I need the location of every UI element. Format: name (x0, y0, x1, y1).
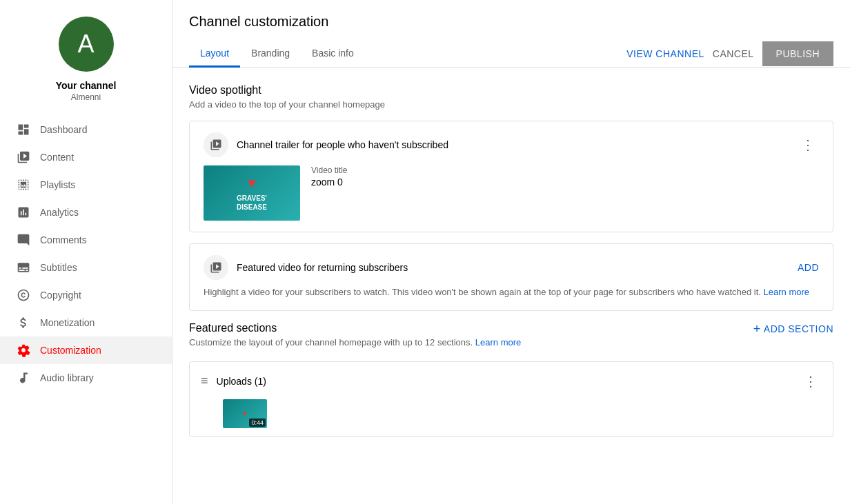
sidebar-item-content[interactable]: Content (0, 143, 172, 171)
video-spotlight-desc: Add a video to the top of your channel h… (189, 99, 833, 110)
audio-icon (17, 371, 30, 385)
featured-sections-header: Featured sections Customize the layout o… (189, 322, 833, 359)
trailer-card-icon (204, 132, 228, 157)
sidebar-item-dashboard[interactable]: Dashboard (0, 116, 172, 143)
content-area: Video spotlight Add a video to the top o… (172, 68, 850, 454)
add-section-label: ADD SECTION (764, 323, 833, 334)
featured-video-add-button[interactable]: ADD (798, 262, 819, 273)
featured-video-desc: Highlight a video for your subscribers t… (204, 285, 819, 299)
featured-sections-learn-more[interactable]: Learn more (475, 337, 521, 347)
sidebar-item-copyright[interactable]: Copyright (0, 281, 172, 309)
playlists-icon (17, 178, 30, 192)
copyright-icon (17, 288, 30, 302)
sidebar-item-analytics[interactable]: Analytics (0, 199, 172, 226)
featured-sections-area: Featured sections Customize the layout o… (189, 322, 833, 437)
tab-branding[interactable]: Branding (240, 41, 301, 68)
drag-handle-icon[interactable]: ≡ (201, 374, 208, 388)
channel-trailer-thumbnail: ♥ GRAVES' DISEASE (204, 165, 300, 221)
avatar: A (59, 17, 114, 72)
duration-badge: 0:44 (249, 419, 266, 427)
channel-trailer-body: ♥ GRAVES' DISEASE Video title zoom 0 (204, 165, 819, 221)
channel-trailer-card-header-left: Channel trailer for people who haven't s… (204, 132, 448, 157)
uploads-card-left: ≡ Uploads (1) (201, 374, 266, 388)
featured-sections-desc: Customize the layout of your channel hom… (189, 337, 521, 347)
subtitles-icon (17, 261, 30, 274)
cancel-button[interactable]: CANCEL (713, 48, 754, 59)
view-channel-button[interactable]: VIEW CHANNEL (626, 48, 704, 59)
main-content: Channel customization Layout Branding Ba… (172, 0, 850, 504)
tabs-row: Layout Branding Basic info VIEW CHANNEL … (189, 41, 833, 67)
thumb-line2: DISEASE (237, 203, 267, 212)
uploads-title: Uploads (1) (217, 376, 266, 387)
channel-subtitle: Almenni (71, 92, 101, 102)
featured-video-title: Featured video for returning subscribers (237, 262, 408, 273)
tab-bar: Layout Branding Basic info (189, 41, 365, 67)
channel-trailer-card: Channel trailer for people who haven't s… (189, 121, 833, 232)
tab-basic-info[interactable]: Basic info (301, 41, 365, 68)
content-icon (17, 150, 30, 164)
header-actions: VIEW CHANNEL CANCEL PUBLISH (626, 41, 833, 66)
tab-layout[interactable]: Layout (189, 41, 240, 68)
sidebar-item-subtitles[interactable]: Subtitles (0, 254, 172, 281)
page-header: Channel customization Layout Branding Ba… (172, 0, 850, 68)
featured-sections-title: Featured sections (189, 322, 521, 334)
featured-video-card: Featured video for returning subscribers… (189, 243, 833, 311)
sidebar-item-monetization[interactable]: Monetization (0, 309, 172, 336)
sidebar-item-customization[interactable]: Customization (0, 336, 172, 364)
video-spotlight-section: Video spotlight Add a video to the top o… (189, 84, 833, 311)
sidebar: A Your channel Almenni Dashboard Content… (0, 0, 172, 504)
video-title-label: Video title (311, 165, 347, 175)
uploads-card-header: ≡ Uploads (1) ⋮ (201, 370, 822, 392)
dashboard-icon (17, 123, 30, 137)
channel-trailer-video-info: Video title zoom 0 (311, 165, 347, 188)
customization-icon (17, 343, 30, 357)
featured-video-learn-more[interactable]: Learn more (764, 287, 809, 297)
add-section-plus-icon: + (753, 322, 761, 336)
channel-trailer-title: Channel trailer for people who haven't s… (237, 139, 448, 150)
featured-video-card-header: Featured video for returning subscribers… (204, 255, 819, 280)
sidebar-item-audio-library[interactable]: Audio library (0, 364, 172, 392)
channel-trailer-card-header: Channel trailer for people who haven't s… (204, 132, 819, 157)
sidebar-item-playlists[interactable]: Playlists (0, 171, 172, 199)
video-spotlight-title: Video spotlight (189, 84, 833, 97)
uploads-more-button[interactable]: ⋮ (800, 370, 822, 392)
nav-list: Dashboard Content Playlists Analytics (0, 116, 172, 392)
video-title-value: zoom 0 (311, 177, 347, 188)
channel-trailer-more-button[interactable]: ⋮ (797, 134, 819, 156)
uploads-thumbnails: ♥ 0:44 (223, 399, 822, 428)
channel-name: Your channel (56, 80, 117, 91)
uploads-card: ≡ Uploads (1) ⋮ ♥ 0:44 (189, 361, 833, 437)
analytics-icon (17, 205, 30, 219)
featured-video-icon (204, 255, 228, 280)
monetization-icon (17, 316, 30, 330)
featured-video-card-header-left: Featured video for returning subscribers (204, 255, 408, 280)
add-section-button[interactable]: + ADD SECTION (753, 322, 833, 336)
publish-button[interactable]: PUBLISH (762, 41, 833, 66)
page-title: Channel customization (189, 14, 833, 30)
thumb-line1: GRAVES' (237, 194, 267, 203)
upload-thumbnail-1: ♥ 0:44 (223, 399, 267, 428)
comments-icon (17, 233, 30, 247)
sidebar-item-comments[interactable]: Comments (0, 226, 172, 254)
